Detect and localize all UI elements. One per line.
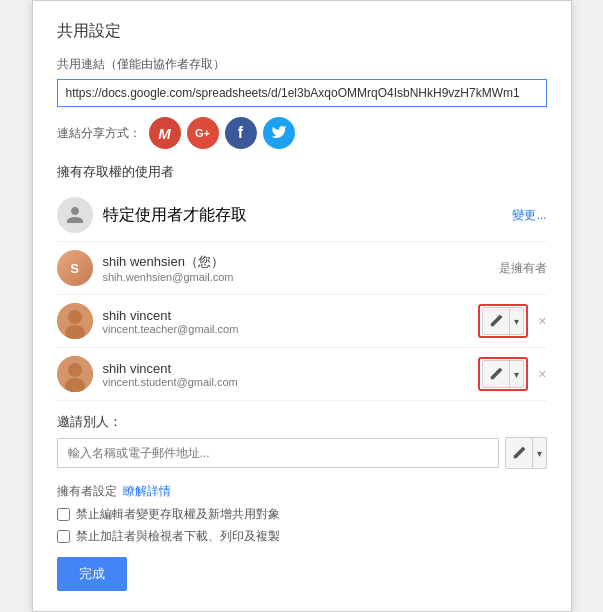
user-info-vincent-student: shih vincent vincent.student@gmail.com <box>103 361 471 388</box>
user-row-owner: S shih wenhsien（您） shih.wenhsien@gmail.c… <box>57 242 547 295</box>
owner-settings-text: 擁有者設定 瞭解詳情 <box>57 483 547 500</box>
checkbox-label-1: 禁止編輯者變更存取權及新增共用對象 <box>76 506 280 523</box>
checkbox-row-2: 禁止加註者與檢視者下載、列印及複製 <box>57 528 547 545</box>
dropdown-arrow-student: ▾ <box>510 361 523 387</box>
pencil-icon-teacher <box>483 308 510 334</box>
sharing-dialog: 共用設定 共用連結（僅能由協作者存取） 連結分享方式： M G+ f <box>32 0 572 612</box>
remove-user-btn-teacher[interactable]: × <box>538 314 546 328</box>
user-info-vincent-teacher: shih vincent vincent.teacher@gmail.com <box>103 308 471 335</box>
pencil-icon-student <box>483 361 510 387</box>
svg-point-1 <box>68 310 82 324</box>
user-row-vincent-teacher: → shih vincent vincent.teacher@gmail.com <box>57 295 547 348</box>
dialog-title: 共用設定 <box>57 21 547 42</box>
access-section-title: 擁有存取權的使用者 <box>57 163 547 181</box>
specific-access-text: 特定使用者才能存取 <box>103 206 247 223</box>
svg-point-4 <box>68 363 82 377</box>
checkbox-label-2: 禁止加註者與檢視者下載、列印及複製 <box>76 528 280 545</box>
user-action-vincent-student: ▾ × <box>478 357 546 391</box>
owner-settings-section: 擁有者設定 瞭解詳情 禁止編輯者變更存取權及新增共用對象 禁止加註者與檢視者下載… <box>57 483 547 545</box>
user-info-owner: shih wenhsien（您） shih.wenhsien@gmail.com <box>103 253 491 283</box>
invite-permission-btn[interactable]: ▾ <box>505 437 547 469</box>
gplus-icon: G+ <box>195 127 210 139</box>
change-access-link[interactable]: 變更... <box>512 207 546 224</box>
dropdown-arrow-teacher: ▾ <box>510 308 523 334</box>
highlight-box-1: ▾ <box>478 304 528 338</box>
edit-permission-btn-student[interactable]: ▾ <box>482 360 524 388</box>
user-avatar-vincent-student <box>57 356 93 392</box>
restrict-viewers-checkbox[interactable] <box>57 530 70 543</box>
share-icons-group: M G+ f <box>149 117 295 149</box>
share-methods-row: 連結分享方式： M G+ f <box>57 117 547 149</box>
url-section-label: 共用連結（僅能由協作者存取） <box>57 56 547 73</box>
highlight-box-2: ▾ <box>478 357 528 391</box>
checkbox-row-1: 禁止編輯者變更存取權及新增共用對象 <box>57 506 547 523</box>
share-url-input[interactable] <box>57 79 547 107</box>
understand-details-link[interactable]: 瞭解詳情 <box>123 484 171 498</box>
specific-access-label: 特定使用者才能存取 <box>103 205 513 226</box>
twitter-icon <box>271 124 287 143</box>
gmail-icon: M <box>158 125 171 142</box>
users-section: 特定使用者才能存取 變更... S shih wenhsien（您） shih.… <box>57 189 547 401</box>
user-name-owner: shih wenhsien（您） <box>103 253 491 271</box>
invite-section: 邀請別人： ▾ <box>57 413 547 469</box>
user-action-vincent-teacher: ▾ × <box>478 304 546 338</box>
specific-access-row: 特定使用者才能存取 變更... <box>57 189 547 242</box>
user-email-vincent-student: vincent.student@gmail.com <box>103 376 471 388</box>
gmail-share-button[interactable]: M <box>149 117 181 149</box>
twitter-share-button[interactable] <box>263 117 295 149</box>
facebook-share-button[interactable]: f <box>225 117 257 149</box>
user-name-vincent-teacher: shih vincent <box>103 308 471 323</box>
edit-permission-btn-teacher[interactable]: ▾ <box>482 307 524 335</box>
user-avatar-owner: S <box>57 250 93 286</box>
user-email-vincent-teacher: vincent.teacher@gmail.com <box>103 323 471 335</box>
restrict-editors-checkbox[interactable] <box>57 508 70 521</box>
invite-row: ▾ <box>57 437 547 469</box>
invite-dropdown-arrow: ▾ <box>533 438 546 468</box>
invite-pencil-icon <box>506 438 533 468</box>
invite-label: 邀請別人： <box>57 413 547 431</box>
invite-input[interactable] <box>57 438 499 468</box>
done-button[interactable]: 完成 <box>57 557 127 591</box>
person-icon <box>57 197 93 233</box>
gplus-share-button[interactable]: G+ <box>187 117 219 149</box>
user-avatar-vincent-teacher <box>57 303 93 339</box>
user-name-vincent-student: shih vincent <box>103 361 471 376</box>
share-methods-label: 連結分享方式： <box>57 125 141 142</box>
remove-user-btn-student[interactable]: × <box>538 367 546 381</box>
user-action-owner: 是擁有者 <box>499 260 547 277</box>
owner-label: 是擁有者 <box>499 260 547 277</box>
facebook-icon: f <box>238 124 243 142</box>
user-row-vincent-student: → shih vincent vincent.student@gmail.com <box>57 348 547 401</box>
user-email-owner: shih.wenhsien@gmail.com <box>103 271 491 283</box>
